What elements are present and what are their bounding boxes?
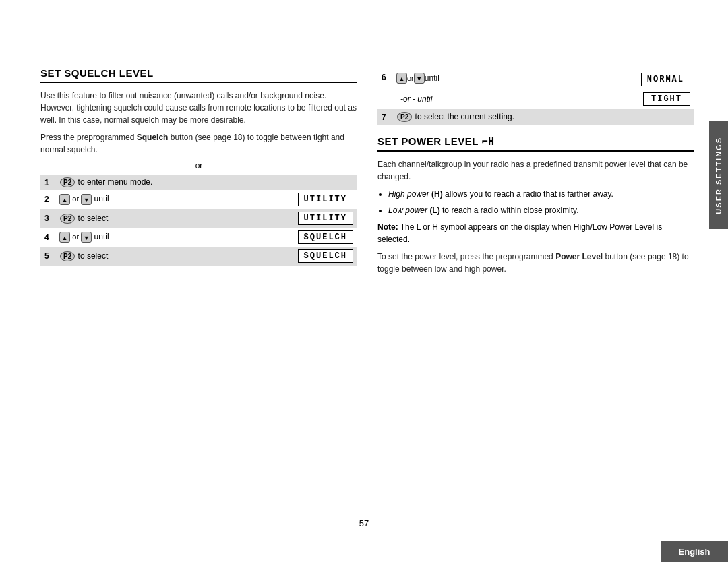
english-badge: English: [661, 541, 728, 562]
arrow-dn-4: ▼: [81, 232, 92, 243]
step-7-action: P2 to select the current setting.: [396, 112, 690, 122]
or-divider: – or –: [40, 161, 357, 170]
step-2-action: ▲ or ▼ until: [59, 194, 293, 205]
step-3-action: P2 to select: [59, 214, 293, 224]
step-5-row: 5 P2 to select SQUELCH: [40, 247, 357, 266]
step-6-or-row: -or - until TIGHT: [377, 89, 694, 109]
power-title: SET POWER LEVEL ⌐H: [377, 135, 694, 152]
arrow-dn-2: ▼: [81, 194, 92, 205]
power-intro: Each channel/talkgroup in your radio has…: [377, 158, 694, 183]
step-5-action: P2 to select: [59, 251, 293, 261]
step-1-action: P2 to enter menu mode.: [59, 177, 353, 187]
content-area: SET SQUELCH LEVEL Use this feature to fi…: [40, 67, 694, 508]
arrow-up-4: ▲: [59, 232, 70, 243]
arrow-up-2: ▲: [59, 194, 70, 205]
step-5-display: SQUELCH: [298, 249, 353, 263]
left-column: SET SQUELCH LEVEL Use this feature to fi…: [40, 67, 357, 508]
user-settings-tab: USER SETTINGS: [709, 121, 728, 229]
page-container: USER SETTINGS SET SQUELCH LEVEL Use this…: [0, 0, 728, 562]
p2-icon-5: P2: [60, 251, 75, 261]
step-1-row: 1 P2 to enter menu mode.: [40, 175, 357, 190]
step-1-num: 1: [44, 178, 55, 187]
squelch-press-instruction: Press the preprogrammed Squelch button (…: [40, 131, 357, 156]
user-settings-label: USER SETTINGS: [715, 137, 723, 214]
arrow-dn-6: ▼: [414, 73, 425, 84]
step-6-row: 6 ▲ or ▼ until NORMAL: [377, 67, 694, 89]
squelch-intro: Use this feature to filter out nuisance …: [40, 90, 357, 126]
step-3-row: 3 P2 to select UTILITY: [40, 209, 357, 228]
step-2-num: 2: [44, 195, 55, 204]
step-7-row: 7 P2 to select the current setting.: [377, 109, 694, 125]
step-5-num: 5: [44, 251, 55, 261]
step-2-row: 2 ▲ or ▼ until UTILITY: [40, 190, 357, 209]
bullet-low-power: Low power (L) to reach a radio within cl…: [388, 204, 694, 217]
p2-icon-1: P2: [60, 177, 75, 187]
or-until-text: -or - until: [396, 94, 643, 104]
power-footer: To set the power level, press the prepro…: [377, 251, 694, 275]
step-4-display: SQUELCH: [298, 230, 353, 244]
arrow-up-6: ▲: [396, 73, 407, 84]
power-bullet-list: High power (H) allows you to reach a rad…: [388, 188, 694, 216]
step-6-display1: NORMAL: [641, 73, 690, 86]
bullet-high-power: High power (H) allows you to reach a rad…: [388, 188, 694, 201]
step-6-display2: TIGHT: [643, 92, 690, 106]
step-4-num: 4: [44, 232, 55, 242]
step-6-num: 6: [382, 73, 392, 82]
p2-icon-7: P2: [397, 112, 412, 122]
squelch-title: SET SQUELCH LEVEL: [40, 67, 357, 83]
step-3-num: 3: [44, 214, 55, 223]
step-4-row: 4 ▲ or ▼ until SQUELCH: [40, 228, 357, 247]
p2-icon-3: P2: [60, 214, 75, 224]
power-note: Note: The L or H symbol appears on the d…: [377, 221, 694, 245]
step-7-num: 7: [382, 113, 392, 122]
page-number: 57: [359, 518, 369, 528]
power-level-icon: ⌐H: [481, 135, 494, 148]
right-column: 6 ▲ or ▼ until NORMAL -or - until TIGHT: [377, 67, 694, 508]
step-6-action: ▲ or ▼ until: [396, 73, 636, 84]
step-3-display: UTILITY: [298, 212, 353, 225]
step-4-action: ▲ or ▼ until: [59, 232, 293, 243]
step-2-display: UTILITY: [298, 193, 353, 206]
